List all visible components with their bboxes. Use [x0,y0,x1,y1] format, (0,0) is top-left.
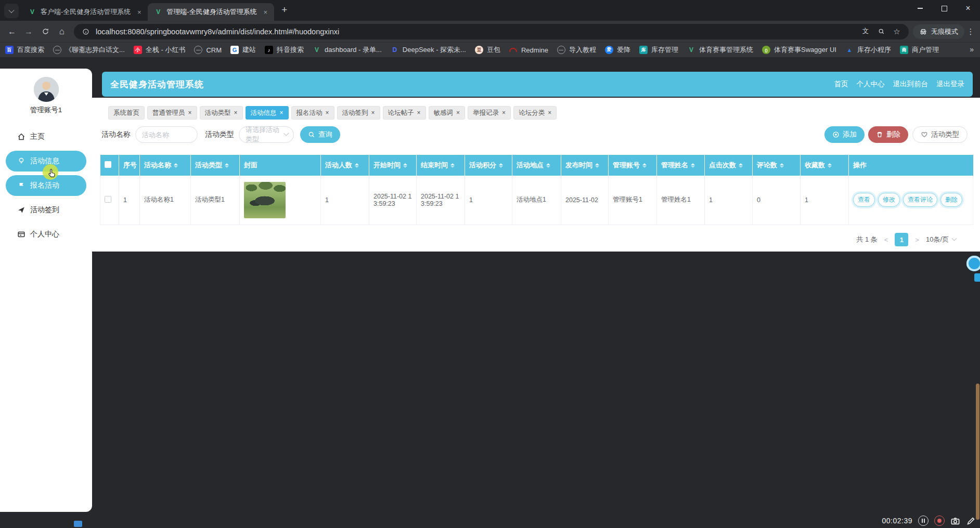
camera-icon[interactable] [950,516,960,526]
chip-close-icon[interactable] [417,110,421,116]
bookmark-item[interactable]: 百度搜索 [5,45,44,55]
sort-carets-icon[interactable] [828,161,832,170]
header-link[interactable]: 个人中心 [857,80,885,89]
reload-button[interactable] [37,24,53,39]
bookmark-item[interactable]: 导入教程 [557,45,596,55]
avatar[interactable] [34,77,59,102]
column-header[interactable]: 管理姓名 [657,155,705,176]
column-header[interactable]: 活动地点 [512,155,561,176]
sort-carets-icon[interactable] [174,161,178,170]
home-button[interactable] [54,24,70,39]
cover-image[interactable] [244,182,286,218]
delete-button[interactable]: 删除 [868,126,908,143]
bookmark-item[interactable]: 豆包 [475,45,500,55]
nav-chip[interactable]: 敏感词 [429,106,466,120]
tab-close-icon[interactable] [261,8,270,17]
select-all-header[interactable] [100,155,119,176]
bookmark-item[interactable]: Redmine [509,46,548,54]
sidebar-item[interactable]: 活动签到 [6,200,86,220]
column-header[interactable]: 活动类型 [191,155,240,176]
address-bar[interactable]: localhost:8080/springbootavwmry8v/admin/… [74,24,909,39]
header-link[interactable]: 退出到前台 [893,80,929,89]
chip-close-icon[interactable] [188,110,192,116]
sort-carets-icon[interactable] [780,161,784,170]
sort-carets-icon[interactable] [642,161,647,170]
chip-close-icon[interactable] [502,110,506,116]
row-checkbox[interactable] [105,196,111,203]
row-action-button[interactable]: 查看评论 [903,193,937,207]
bookmark-item[interactable]: 体育赛事Swagger UI [762,45,836,55]
sort-carets-icon[interactable] [225,161,229,170]
sort-carets-icon[interactable] [403,161,407,170]
tab-close-icon[interactable] [135,8,144,17]
nav-chip[interactable]: 活动信息 [246,106,289,120]
next-page-button[interactable]: > [915,236,919,244]
column-header[interactable]: 活动人数 [321,155,369,176]
chip-close-icon[interactable] [371,110,375,116]
close-button[interactable] [956,0,980,17]
row-action-button[interactable]: 删除 [940,193,962,207]
select-all-checkbox[interactable] [105,161,111,168]
column-header[interactable]: 发布时间 [561,155,609,176]
column-header[interactable]: 管理账号 [609,155,657,176]
sort-carets-icon[interactable] [355,161,359,170]
new-tab-button[interactable] [277,3,292,17]
bookmark-star-icon[interactable] [891,26,902,37]
sort-carets-icon[interactable] [499,161,503,170]
sort-carets-icon[interactable] [739,161,743,170]
bookmark-item[interactable]: 库存管理 [639,45,678,55]
column-header[interactable]: 开始时间 [369,155,417,176]
page-size-select[interactable]: 10条/页 [926,235,956,244]
chip-close-icon[interactable] [548,110,551,116]
nav-chip[interactable]: 论坛分类 [513,106,557,120]
sidebar-item[interactable]: 主页 [6,126,86,147]
stop-record-button[interactable] [934,516,945,526]
current-page-button[interactable]: 1 [895,233,908,246]
bookmark-item[interactable]: 商户管理 [900,45,939,55]
header-link[interactable]: 退出登录 [936,80,964,89]
column-header[interactable]: 结束时间 [417,155,465,176]
prev-page-button[interactable]: < [884,236,888,244]
bookmark-item[interactable]: dashboard - 录单... [313,45,382,55]
row-action-button[interactable]: 查看 [853,193,875,207]
add-button[interactable]: 添加 [824,126,865,143]
column-header[interactable]: 序号 [119,155,140,176]
chip-close-icon[interactable] [456,110,460,116]
bookmark-item[interactable]: 全栈 - 小红书 [134,45,186,55]
bookmarks-overflow-button[interactable] [970,45,974,54]
nav-chip[interactable]: 活动签到 [337,106,380,120]
activity-type-select[interactable]: 请选择活动类型 [239,126,294,143]
chip-close-icon[interactable] [234,110,238,116]
search-button[interactable]: 查询 [300,126,340,143]
nav-chip[interactable]: 报名活动 [291,106,334,120]
bookmark-item[interactable]: DeepSeek - 探索未... [391,45,466,55]
bookmark-item[interactable]: 抖音搜索 [265,45,304,55]
floating-widget-button[interactable] [966,256,980,271]
translate-icon[interactable] [860,26,871,37]
floating-widget-handle[interactable] [974,273,980,282]
browser-menu-button[interactable] [965,27,976,36]
back-button[interactable] [4,24,20,39]
bookmark-item[interactable]: 建站 [230,45,256,55]
maximize-button[interactable] [932,0,956,17]
forward-button[interactable] [21,24,36,39]
sort-carets-icon[interactable] [450,161,455,170]
column-header[interactable]: 收藏数 [801,155,849,176]
pen-icon[interactable] [966,516,976,526]
browser-tab[interactable]: 管理端-全民健身活动管理系统 [148,3,274,21]
browser-tab[interactable]: 客户端-全民健身活动管理系统 [22,3,148,21]
minimize-button[interactable] [908,0,932,17]
header-link[interactable]: 首页 [834,80,848,89]
chip-close-icon[interactable] [326,110,329,116]
nav-chip[interactable]: 活动类型 [200,106,243,120]
sort-carets-icon[interactable] [691,161,695,170]
nav-chip[interactable]: 论坛帖子 [383,106,426,120]
bookmark-item[interactable]: 《聊斋志异白话文... [53,45,125,55]
url-text[interactable]: localhost:8080/springbootavwmry8v/admin/… [96,28,856,36]
column-header[interactable]: 活动积分 [465,155,512,176]
tab-search-button[interactable] [4,4,19,18]
bookmark-item[interactable]: 爱降 [605,45,630,55]
row-action-button[interactable]: 修改 [878,193,900,207]
pause-button[interactable] [918,516,929,526]
scrollbar-thumb[interactable] [976,384,979,520]
